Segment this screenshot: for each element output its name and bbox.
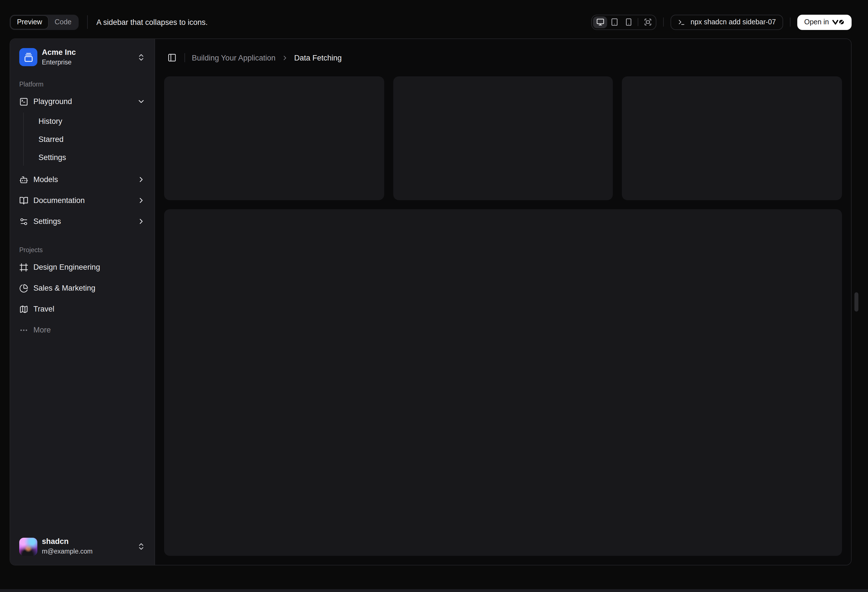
sidebar-item-label: Sales & Marketing bbox=[33, 284, 95, 293]
v0-logo-icon bbox=[833, 19, 845, 25]
command-text: npx shadcn add sidebar-07 bbox=[691, 18, 776, 26]
sidebar-item-more[interactable]: More bbox=[15, 321, 150, 340]
open-in-label: Open in bbox=[804, 18, 829, 26]
sidebar-subitem-settings[interactable]: Settings bbox=[34, 149, 150, 166]
page-scrollbar-thumb[interactable] bbox=[855, 292, 858, 312]
team-logo bbox=[19, 48, 37, 66]
user-email: m@example.com bbox=[42, 547, 93, 556]
sidebar-item-label: Design Engineering bbox=[33, 263, 100, 272]
tablet-icon bbox=[611, 18, 619, 26]
tab-preview[interactable]: Preview bbox=[11, 16, 49, 28]
sidebar-item-label: Playground bbox=[33, 97, 72, 106]
toolbar-separator bbox=[87, 15, 88, 29]
user-name: shadcn bbox=[42, 537, 93, 547]
ellipsis-icon bbox=[19, 326, 28, 335]
sidebar-item-label: Models bbox=[33, 175, 58, 184]
sidebar-item-design-engineering[interactable]: Design Engineering bbox=[15, 258, 150, 277]
copy-command-button[interactable]: npx shadcn add sidebar-07 bbox=[671, 15, 784, 30]
terminal-icon bbox=[678, 18, 685, 26]
fullscreen-button[interactable] bbox=[641, 16, 655, 28]
page: Preview Code A sidebar that collapses to… bbox=[0, 0, 868, 592]
gallery-vertical-end-icon bbox=[24, 52, 33, 62]
sidebar-subitem-history[interactable]: History bbox=[34, 113, 150, 130]
sidebar-item-label: Travel bbox=[33, 305, 54, 314]
device-toggle-group bbox=[592, 15, 657, 30]
platform-menu: Playground History Starred Settings Mode… bbox=[15, 93, 150, 231]
main-header: Building Your Application Data Fetching bbox=[155, 39, 851, 76]
sidebar-toggle-button[interactable] bbox=[164, 50, 180, 66]
breadcrumb-parent-link[interactable]: Building Your Application bbox=[192, 53, 276, 62]
block-description: A sidebar that collapses to icons. bbox=[96, 18, 208, 26]
book-open-icon bbox=[19, 196, 28, 205]
toolbar-separator bbox=[790, 18, 790, 27]
group-label-projects: Projects bbox=[15, 241, 150, 258]
main-content bbox=[155, 76, 851, 565]
chevrons-up-down-icon bbox=[137, 53, 145, 61]
square-terminal-icon bbox=[19, 97, 28, 106]
team-switcher-button[interactable]: Acme Inc Enterprise bbox=[15, 44, 150, 71]
breadcrumb: Building Your Application Data Fetching bbox=[192, 53, 342, 62]
device-tablet-button[interactable] bbox=[607, 16, 621, 28]
block-toolbar: Preview Code A sidebar that collapses to… bbox=[0, 0, 868, 38]
sidebar-item-label: More bbox=[33, 326, 51, 334]
chevron-right-icon bbox=[281, 54, 289, 61]
header-separator bbox=[185, 53, 185, 62]
sidebar-item-settings[interactable]: Settings bbox=[15, 212, 150, 231]
chevrons-up-down-icon bbox=[137, 542, 145, 551]
chevron-right-icon bbox=[137, 196, 145, 205]
placeholder-card bbox=[622, 76, 842, 200]
sidebar-item-sales-marketing[interactable]: Sales & Marketing bbox=[15, 279, 150, 298]
map-icon bbox=[19, 305, 28, 314]
sidebar-nav: Platform Playground History Starred Sett… bbox=[15, 71, 150, 340]
device-desktop-button[interactable] bbox=[593, 16, 607, 28]
chevron-right-icon bbox=[137, 175, 145, 184]
chevron-down-icon bbox=[137, 97, 145, 106]
placeholder-card-row bbox=[164, 76, 842, 200]
sidebar-item-travel[interactable]: Travel bbox=[15, 300, 150, 319]
sidebar-item-playground[interactable]: Playground bbox=[15, 93, 150, 111]
monitor-icon bbox=[596, 18, 604, 26]
tab-code[interactable]: Code bbox=[49, 16, 78, 28]
toolbar-right: npx shadcn add sidebar-07 Open in bbox=[592, 15, 852, 30]
device-group-separator bbox=[638, 18, 639, 26]
team-plan: Enterprise bbox=[42, 58, 76, 66]
breadcrumb-current-page: Data Fetching bbox=[294, 53, 342, 62]
group-label-platform: Platform bbox=[15, 75, 150, 93]
playground-submenu: History Starred Settings bbox=[23, 113, 150, 166]
placeholder-card bbox=[164, 76, 384, 200]
placeholder-card bbox=[393, 76, 613, 200]
user-menu-button[interactable]: shadcn m@example.com bbox=[15, 533, 150, 560]
open-in-v0-button[interactable]: Open in bbox=[797, 15, 852, 30]
view-toggle-group: Preview Code bbox=[10, 15, 79, 30]
fullscreen-icon bbox=[644, 18, 652, 26]
main-area: Building Your Application Data Fetching bbox=[155, 39, 851, 565]
device-smartphone-button[interactable] bbox=[621, 16, 636, 28]
chart-pie-icon bbox=[19, 284, 28, 293]
smartphone-icon bbox=[625, 18, 633, 26]
chevron-right-icon bbox=[137, 217, 145, 226]
sidebar-item-label: Documentation bbox=[33, 196, 85, 205]
sidebar-item-label: Settings bbox=[33, 217, 61, 226]
projects-menu: Design Engineering Sales & Marketing Tra… bbox=[15, 258, 150, 340]
placeholder-body-card bbox=[164, 209, 842, 556]
bot-icon bbox=[19, 175, 28, 184]
sidebar-item-documentation[interactable]: Documentation bbox=[15, 191, 150, 210]
app-sidebar: Acme Inc Enterprise Platform Playground bbox=[10, 39, 155, 565]
sidebar-item-models[interactable]: Models bbox=[15, 171, 150, 189]
toolbar-separator bbox=[663, 18, 664, 27]
panel-left-icon bbox=[167, 53, 177, 62]
settings-2-icon bbox=[19, 217, 28, 226]
user-avatar bbox=[19, 538, 37, 555]
frame-icon bbox=[19, 263, 28, 272]
sidebar-footer: shadcn m@example.com bbox=[15, 533, 150, 560]
component-preview-frame: Acme Inc Enterprise Platform Playground bbox=[10, 38, 852, 565]
sidebar-subitem-starred[interactable]: Starred bbox=[34, 131, 150, 148]
team-name: Acme Inc bbox=[42, 48, 76, 58]
window-bottom-edge bbox=[0, 589, 868, 592]
